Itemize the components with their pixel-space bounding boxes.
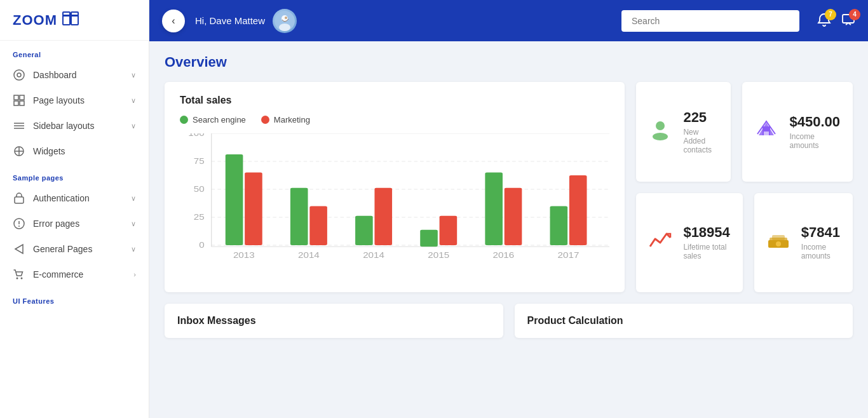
user-greeting: Hi, Dave Mattew: [195, 9, 297, 33]
stat-card-income: $450.00 Income amounts: [742, 82, 853, 182]
sidebar-layouts-icon: [13, 119, 25, 132]
messages-icon[interactable]: 4: [841, 13, 855, 29]
logo-icon: [62, 11, 79, 29]
search-input[interactable]: [621, 10, 799, 32]
ecommerce-icon: [13, 268, 25, 281]
svg-rect-40: [226, 154, 243, 245]
income2-value: $7841: [801, 224, 840, 241]
sidebar-item-page-layouts[interactable]: Page layouts ∨: [0, 88, 149, 113]
income-icon: [755, 118, 778, 145]
sidebar-item-sidebar-layouts[interactable]: Sidebar layouts ∨: [0, 113, 149, 138]
sidebar-section-ui-features: UI Features: [0, 287, 149, 309]
legend-marketing-label: Marketing: [274, 115, 310, 125]
svg-rect-6: [14, 95, 18, 100]
header-icons: 7 4: [817, 13, 855, 29]
svg-rect-16: [15, 197, 24, 203]
svg-rect-7: [20, 95, 24, 100]
notifications-bell[interactable]: 7: [817, 13, 831, 29]
sidebar-item-authentication[interactable]: Authentication ∨: [0, 185, 149, 211]
stats-column: 225 New Added contacts: [636, 82, 853, 292]
svg-rect-50: [440, 216, 458, 245]
svg-rect-55: [550, 206, 568, 245]
stat-income-info: $450.00 Income amounts: [789, 114, 840, 150]
income2-icon: [767, 229, 790, 257]
authentication-icon: [13, 192, 25, 205]
dashboard-chevron: ∨: [131, 71, 136, 79]
svg-rect-43: [290, 188, 308, 245]
legend-marketing: Marketing: [261, 115, 310, 125]
sidebar-item-general-pages[interactable]: General Pages ∨: [0, 236, 149, 262]
svg-rect-44: [309, 206, 327, 245]
total-sales-icon: [649, 229, 672, 257]
total-sales-value: $18954: [683, 224, 729, 241]
inbox-messages-card: Inbox Messages: [165, 304, 503, 338]
svg-text:2013: 2013: [233, 251, 255, 259]
stat-card-income2: $7841 Income amounts: [754, 193, 853, 293]
svg-rect-46: [355, 216, 373, 245]
sidebar-item-error-pages[interactable]: Error pages ∨: [0, 211, 149, 236]
svg-point-22: [21, 278, 23, 280]
svg-text:50: 50: [194, 185, 205, 194]
svg-rect-2: [63, 12, 70, 16]
svg-rect-61: [764, 131, 769, 135]
sidebar-section-general: General: [0, 41, 149, 62]
error-pages-label: Error pages: [33, 219, 131, 229]
contacts-value: 225: [683, 109, 718, 126]
product-calculation-card: Product Calculation: [515, 304, 853, 338]
general-pages-label: General Pages: [33, 244, 131, 254]
bottom-row: Inbox Messages Product Calculation: [165, 304, 853, 338]
svg-text:75: 75: [194, 158, 205, 166]
svg-text:25: 25: [194, 213, 205, 222]
income2-label: Income amounts: [801, 243, 840, 260]
svg-text:2016: 2016: [492, 251, 514, 259]
svg-rect-53: [505, 188, 522, 245]
bar-chart: 100 75 50 25 0 2013: [180, 133, 609, 280]
svg-rect-41: [245, 173, 262, 245]
svg-text:2014: 2014: [363, 251, 384, 259]
stat-contacts-info: 225 New Added contacts: [683, 109, 718, 154]
widgets-icon: [13, 145, 25, 158]
sidebar-item-widgets[interactable]: Widgets: [0, 138, 149, 164]
svg-point-58: [656, 121, 665, 130]
total-sales-label: Lifetime total sales: [683, 243, 729, 260]
svg-point-21: [17, 278, 18, 280]
sidebar-item-dashboard[interactable]: Dashboard ∨: [0, 62, 149, 88]
svg-text:2017: 2017: [558, 251, 580, 259]
legend-search-engine: Search engine: [180, 115, 246, 125]
legend-search-engine-label: Search engine: [193, 115, 246, 125]
svg-point-59: [653, 133, 668, 140]
page-layouts-chevron: ∨: [131, 97, 136, 105]
svg-rect-8: [14, 101, 18, 105]
page-layouts-label: Page layouts: [33, 95, 131, 105]
toggle-icon: ‹: [172, 15, 175, 27]
stat-totalsales-info: $18954 Lifetime total sales: [683, 224, 729, 260]
svg-rect-49: [420, 230, 438, 246]
chart-title: Total sales: [180, 95, 609, 106]
svg-point-4: [14, 70, 24, 80]
svg-rect-9: [20, 101, 24, 105]
sidebar-layouts-chevron: ∨: [131, 122, 136, 130]
svg-point-64: [776, 241, 781, 246]
notifications-count: 7: [825, 9, 836, 20]
sidebar-toggle-button[interactable]: ‹: [162, 10, 185, 32]
contacts-icon: [649, 118, 672, 145]
sidebar-item-ecommerce[interactable]: E-commerce ›: [0, 262, 149, 287]
page-title: Overview: [165, 54, 853, 71]
sidebar-section-sample-pages: Sample pages: [0, 164, 149, 185]
ecommerce-chevron: ›: [133, 271, 136, 278]
svg-rect-65: [772, 235, 785, 240]
svg-rect-0: [63, 15, 70, 25]
svg-rect-52: [485, 173, 503, 245]
error-pages-icon: [13, 217, 25, 230]
income-value: $450.00: [789, 114, 840, 130]
svg-text:2014: 2014: [298, 251, 320, 259]
stat-card-contacts: 225 New Added contacts: [636, 82, 731, 182]
svg-rect-47: [374, 188, 392, 245]
authentication-label: Authentication: [33, 193, 131, 203]
stat-card-total-sales: $18954 Lifetime total sales: [636, 193, 742, 293]
dashboard-label: Dashboard: [33, 70, 131, 80]
general-pages-chevron: ∨: [131, 245, 136, 253]
svg-rect-1: [71, 15, 78, 25]
svg-point-25: [279, 24, 290, 31]
avatar: [273, 9, 297, 33]
